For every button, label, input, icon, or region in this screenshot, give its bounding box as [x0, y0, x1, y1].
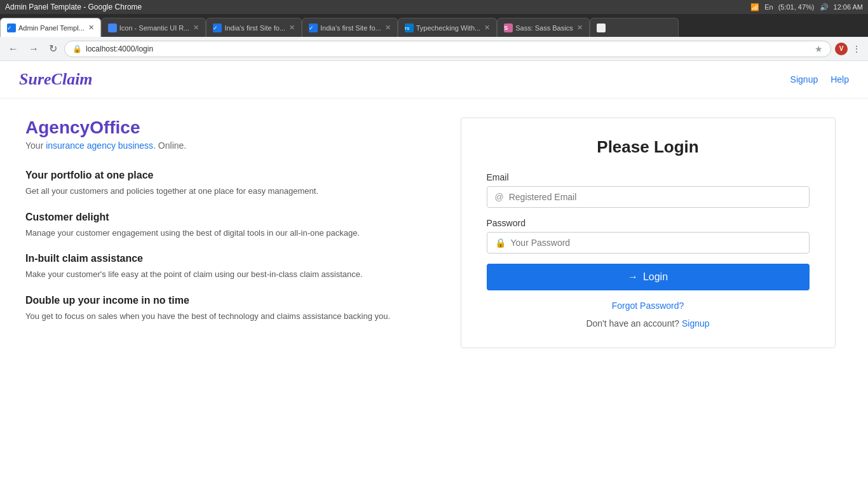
lock-icon: 🔒 — [72, 44, 82, 53]
tab-favicon-2 — [108, 24, 117, 32]
user-avatar: V — [835, 43, 848, 55]
feature-income-title: Double up your income in no time — [25, 295, 415, 306]
password-input[interactable] — [511, 238, 801, 248]
no-account-text: Don't have an account? — [586, 318, 679, 329]
lock-input-icon: 🔒 — [495, 238, 506, 248]
tab-title-3: India's first Site fo... — [224, 24, 285, 32]
feature-income: Double up your income in no time You get… — [25, 295, 415, 323]
system-icons: 📶 En (5:01, 47%) 🔊 12:06 AM — [750, 3, 863, 11]
agency-title: AgencyOffice — [25, 118, 415, 138]
feature-income-desc: You get to focus on sales when you have … — [25, 310, 415, 323]
password-label: Password — [487, 218, 810, 228]
clock: 12:06 AM — [834, 3, 863, 11]
forgot-password-link[interactable]: Forgot Password? — [612, 301, 684, 311]
tab-sass-basics[interactable]: Sass: Sass Basics ✕ — [497, 18, 589, 37]
subtitle-highlight: insurance agency business. — [46, 140, 156, 151]
browser-window: Admin Panel Template - Google Chrome 📶 E… — [0, 0, 868, 61]
site-header: SureClaim Signup Help — [0, 61, 868, 98]
forward-button[interactable]: → — [25, 42, 42, 56]
tabs-bar: Admin Panel Templ... ✕ Icon - Semantic U… — [0, 14, 868, 37]
password-form-group: Password 🔒 — [487, 218, 810, 254]
feature-claim: In-built claim assistance Make your cust… — [25, 253, 415, 281]
login-icon: → — [628, 271, 638, 283]
tab-typechecking[interactable]: Typechecking With... ✕ — [398, 18, 498, 37]
feature-portfolio-desc: Get all your customers and policies toge… — [25, 185, 415, 198]
signup-link[interactable]: Signup — [682, 318, 710, 329]
bookmark-icon[interactable]: ★ — [815, 44, 823, 54]
address-bar: ← → ↻ 🔒 localhost:4000/login ★ V ⋮ — [0, 37, 868, 61]
url-text: localhost:4000/login — [86, 44, 811, 53]
feature-delight: Customer delight Manage your customer en… — [25, 212, 415, 240]
email-input-wrapper: @ — [487, 186, 810, 208]
email-label: Email — [487, 172, 810, 182]
main-content: AgencyOffice Your insurance agency busin… — [0, 98, 868, 367]
header-navigation: Signup Help — [790, 74, 849, 85]
tab-close-4[interactable]: ✕ — [385, 24, 391, 32]
email-at-icon: @ — [495, 192, 504, 202]
tab-favicon-4 — [309, 24, 318, 32]
tab-title-6: Sass: Sass Basics — [515, 24, 573, 32]
tab-favicon-5 — [405, 24, 414, 32]
left-panel: AgencyOffice Your insurance agency busin… — [25, 118, 415, 348]
more-options-icon[interactable]: ⋮ — [850, 42, 863, 56]
tab-title-4: India's first Site fo... — [320, 24, 381, 32]
site-logo: SureClaim — [19, 70, 93, 89]
page-content: SureClaim Signup Help AgencyOffice Your … — [0, 61, 868, 480]
feature-portfolio: Your portfolio at one place Get all your… — [25, 170, 415, 198]
lang-indicator: En — [764, 3, 773, 11]
window-title: Admin Panel Template - Google Chrome — [5, 3, 142, 11]
tab-india-site-2[interactable]: India's first Site fo... ✕ — [302, 18, 398, 37]
tab-favicon-7 — [597, 24, 606, 32]
tab-favicon-6 — [504, 24, 513, 32]
feature-delight-desc: Manage your customer engagement using th… — [25, 227, 415, 240]
tab-close-1[interactable]: ✕ — [88, 24, 94, 32]
feature-portfolio-title: Your portfolio at one place — [25, 170, 415, 181]
signup-prompt: Don't have an account? Signup — [487, 318, 810, 329]
tab-favicon-3 — [213, 24, 222, 32]
battery-indicator: (5:01, 47%) — [778, 3, 815, 11]
feature-claim-title: In-built claim assistance — [25, 253, 415, 264]
tab-close-3[interactable]: ✕ — [289, 24, 295, 32]
title-bar: Admin Panel Template - Google Chrome 📶 E… — [0, 0, 868, 14]
toolbar-actions: V ⋮ — [835, 42, 863, 56]
wifi-icon: 📶 — [750, 3, 759, 11]
agency-subtitle: Your insurance agency business. Online. — [25, 140, 415, 151]
login-button[interactable]: → Login — [487, 264, 810, 290]
help-nav-link[interactable]: Help — [831, 74, 849, 85]
logo-text: SureClaim — [19, 70, 93, 88]
email-form-group: Email @ — [487, 172, 810, 208]
password-input-wrapper: 🔒 — [487, 232, 810, 254]
refresh-button[interactable]: ↻ — [46, 41, 60, 56]
tab-admin-panel[interactable]: Admin Panel Templ... ✕ — [0, 18, 101, 37]
forgot-password-section: Forgot Password? — [487, 301, 810, 311]
email-input[interactable] — [509, 192, 801, 202]
login-title: Please Login — [487, 137, 810, 157]
url-bar[interactable]: 🔒 localhost:4000/login ★ — [64, 41, 831, 57]
tab-title-1: Admin Panel Templ... — [18, 24, 85, 32]
back-button[interactable]: ← — [5, 42, 22, 56]
tab-title-5: Typechecking With... — [416, 24, 481, 32]
feature-claim-desc: Make your customer's life easy at the po… — [25, 268, 415, 281]
login-button-label: Login — [643, 271, 668, 283]
tab-new[interactable] — [590, 18, 679, 37]
subtitle-end: Online. — [156, 140, 186, 151]
tab-favicon-1 — [7, 24, 16, 32]
right-panel: Please Login Email @ Password 🔒 — [453, 118, 843, 348]
feature-delight-title: Customer delight — [25, 212, 415, 223]
tab-close-2[interactable]: ✕ — [193, 24, 199, 32]
tab-semantic-ui[interactable]: Icon - Semantic UI R... ✕ — [101, 18, 207, 37]
login-card: Please Login Email @ Password 🔒 — [461, 118, 836, 348]
tab-title-2: Icon - Semantic UI R... — [119, 24, 190, 32]
tab-india-site-1[interactable]: India's first Site fo... ✕ — [206, 18, 302, 37]
volume-icon: 🔊 — [820, 3, 829, 11]
tab-close-6[interactable]: ✕ — [577, 24, 583, 32]
subtitle-plain: Your — [25, 140, 46, 151]
tab-close-5[interactable]: ✕ — [484, 24, 490, 32]
signup-nav-link[interactable]: Signup — [790, 74, 818, 85]
